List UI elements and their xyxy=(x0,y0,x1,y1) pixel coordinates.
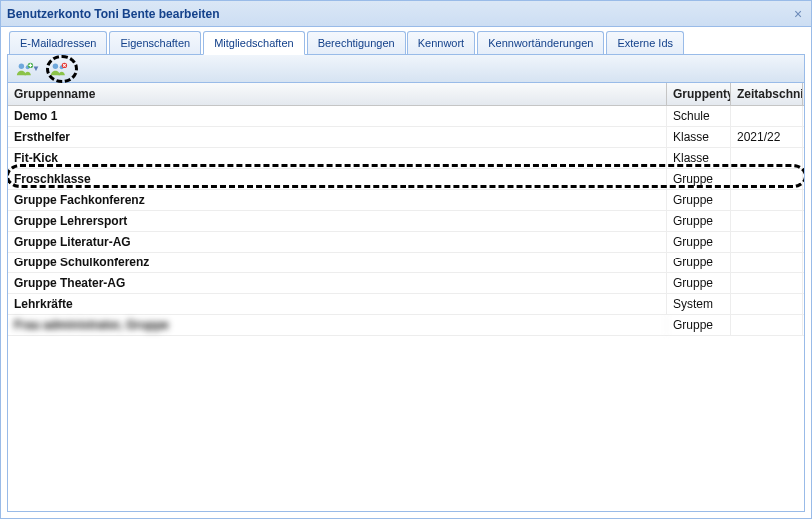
cell-zeitabschnitt xyxy=(731,211,803,231)
cell-gruppenname: Fit-Kick xyxy=(8,148,667,168)
column-label: Gruppenname xyxy=(14,87,95,101)
toolbar: ▼ xyxy=(7,55,805,83)
tab-label: Mitgliedschaften xyxy=(214,37,294,49)
cell-zeitabschnitt xyxy=(731,106,803,126)
cell-gruppenname: Lehrkräfte xyxy=(8,294,667,314)
table-row[interactable]: Gruppe SchulkonferenzGruppe xyxy=(8,253,804,273)
tab-label: Berechtigungen xyxy=(318,37,395,49)
tab-label: E-Mailadressen xyxy=(20,37,96,49)
tab-emailadressen[interactable]: E-Mailadressen xyxy=(9,31,107,54)
cell-gruppentyp: Gruppe xyxy=(667,232,731,252)
remove-membership-button[interactable] xyxy=(46,59,72,79)
cell-gruppentyp: Gruppe xyxy=(667,190,731,210)
table-row[interactable]: Frau administrator, GruppeGruppe xyxy=(8,315,804,336)
svg-point-0 xyxy=(19,63,24,68)
memberships-grid: Gruppenname Gruppenty Zeitabschnit Demo … xyxy=(7,83,805,512)
cell-gruppenname: Gruppe Theater-AG xyxy=(8,273,667,293)
column-gruppentyp[interactable]: Gruppenty xyxy=(667,83,731,105)
table-row[interactable]: Gruppe LehrersportGruppe xyxy=(8,211,804,232)
cell-zeitabschnitt xyxy=(731,273,803,293)
cell-gruppentyp: Schule xyxy=(667,106,731,126)
cell-gruppenname: Demo 1 xyxy=(8,106,667,126)
content-area: E-Mailadressen Eigenschaften Mitgliedsch… xyxy=(1,27,811,518)
window-title: Benutzerkonto Toni Bente bearbeiten xyxy=(7,7,219,21)
table-row[interactable]: Demo 1Schule xyxy=(8,106,804,127)
grid-body[interactable]: Demo 1SchuleErsthelferKlasse2021/22Fit-K… xyxy=(8,106,804,511)
add-membership-button[interactable]: ▼ xyxy=(12,59,44,79)
tab-label: Eigenschaften xyxy=(120,37,190,49)
table-row[interactable]: ErsthelferKlasse2021/22 xyxy=(8,127,804,148)
cell-gruppenname: Gruppe Literatur-AG xyxy=(8,232,667,252)
cell-gruppenname: Ersthelfer xyxy=(8,127,667,147)
table-row[interactable]: Fit-KickKlasse xyxy=(8,148,804,169)
tab-label: Kennwortänderungen xyxy=(488,37,593,49)
column-zeitabschnitt[interactable]: Zeitabschnit xyxy=(731,83,803,105)
table-row[interactable]: Gruppe FachkonferenzGruppe xyxy=(8,190,804,211)
tab-strip: E-Mailadressen Eigenschaften Mitgliedsch… xyxy=(7,31,805,55)
column-label: Gruppenty xyxy=(673,87,731,101)
tab-eigenschaften[interactable]: Eigenschaften xyxy=(109,31,201,54)
column-label: Zeitabschnit xyxy=(737,87,803,101)
cell-zeitabschnitt xyxy=(731,294,803,314)
table-row[interactable]: FroschklasseGruppe xyxy=(8,169,804,190)
table-row[interactable]: Gruppe Literatur-AGGruppe xyxy=(8,232,804,253)
table-row[interactable]: Gruppe Theater-AGGruppe xyxy=(8,273,804,294)
cell-zeitabschnitt xyxy=(731,190,803,210)
cell-gruppentyp: Gruppe xyxy=(667,273,731,293)
cell-gruppenname: Froschklasse xyxy=(8,169,667,189)
cell-zeitabschnitt xyxy=(731,148,803,168)
tab-berechtigungen[interactable]: Berechtigungen xyxy=(307,31,406,54)
close-button[interactable]: × xyxy=(789,5,807,23)
cell-gruppentyp: System xyxy=(667,294,731,314)
grid-header: Gruppenname Gruppenty Zeitabschnit xyxy=(8,83,804,106)
cell-zeitabschnitt xyxy=(731,169,803,189)
svg-point-3 xyxy=(53,63,58,68)
cell-gruppentyp: Gruppe xyxy=(667,253,731,272)
cell-zeitabschnitt: 2021/22 xyxy=(731,127,803,147)
titlebar: Benutzerkonto Toni Bente bearbeiten × xyxy=(1,1,811,27)
cell-gruppentyp: Gruppe xyxy=(667,169,731,189)
close-icon: × xyxy=(794,6,802,22)
cell-gruppenname: Frau administrator, Gruppe xyxy=(8,315,667,335)
cell-gruppenname: Gruppe Schulkonferenz xyxy=(8,253,667,272)
dialog-window: Benutzerkonto Toni Bente bearbeiten × E-… xyxy=(0,0,812,519)
dropdown-arrow-icon: ▼ xyxy=(32,64,40,73)
cell-gruppentyp: Gruppe xyxy=(667,315,731,335)
users-remove-icon xyxy=(50,61,68,77)
cell-zeitabschnitt xyxy=(731,232,803,252)
cell-gruppenname: Gruppe Lehrersport xyxy=(8,211,667,231)
tab-label: Externe Ids xyxy=(617,37,673,49)
tab-externe-ids[interactable]: Externe Ids xyxy=(606,31,684,54)
tab-kennwort[interactable]: Kennwort xyxy=(407,31,475,54)
cell-zeitabschnitt xyxy=(731,315,803,335)
tab-mitgliedschaften[interactable]: Mitgliedschaften xyxy=(203,31,305,55)
cell-gruppenname: Gruppe Fachkonferenz xyxy=(8,190,667,210)
cell-zeitabschnitt xyxy=(731,253,803,272)
table-row[interactable]: LehrkräfteSystem xyxy=(8,294,804,315)
cell-gruppentyp: Klasse xyxy=(667,127,731,147)
column-gruppenname[interactable]: Gruppenname xyxy=(8,83,667,105)
cell-gruppentyp: Gruppe xyxy=(667,211,731,231)
cell-gruppentyp: Klasse xyxy=(667,148,731,168)
tab-kennwortaenderungen[interactable]: Kennwortänderungen xyxy=(477,31,604,54)
tab-label: Kennwort xyxy=(418,37,464,49)
